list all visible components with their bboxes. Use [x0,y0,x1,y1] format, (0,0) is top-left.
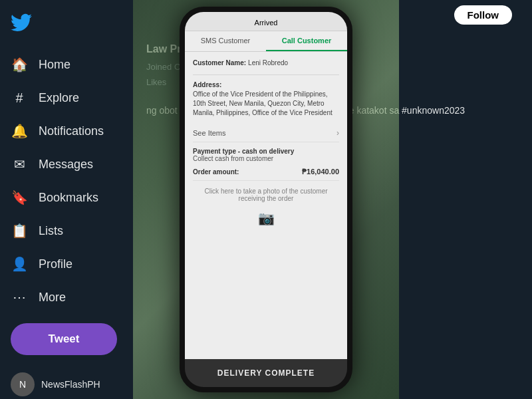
phone-frame: Arrived SMS Customer Call Customer Custo… [180,7,352,392]
sidebar-item-profile[interactable]: 👤 Profile [0,249,83,279]
camera-icon: 📷 [255,207,277,229]
home-icon: 🏠 [11,56,28,73]
list-icon: 📋 [11,222,28,239]
bookmark-icon: 🔖 [11,189,28,206]
order-amount-label: Order amount: [193,168,239,176]
sidebar-user[interactable]: N NewsFlashPH [0,366,133,399]
tweet-button[interactable]: Tweet [11,323,117,355]
sidebar-item-explore-label: Explore [39,91,79,105]
mail-icon: ✉ [11,156,28,173]
delivery-complete-button[interactable]: DELIVERY COMPLETE [185,359,347,387]
see-items-row[interactable]: See Items › [193,124,339,142]
address-value: Office of the Vice President of the Phil… [193,90,339,118]
photo-hint-text: Click here to take a photo of the custom… [200,188,332,202]
tab-sms[interactable]: SMS Customer [185,31,266,51]
customer-name-row: Customer Name: Leni Robredo [193,59,339,68]
sidebar-item-bookmarks-label: Bookmarks [39,191,98,205]
address-row: Address: Office of the Vice President of… [193,80,339,118]
bell-icon: 🔔 [11,122,28,140]
sidebar-item-more-label: More [39,291,66,305]
sidebar-item-lists-label: Lists [39,224,63,238]
tab-call[interactable]: Call Customer [266,31,347,51]
phone-overlay: Arrived SMS Customer Call Customer Custo… [133,0,399,399]
payment-section: Payment type - cash on delivery Collect … [193,148,339,162]
chevron-right-icon: › [336,128,339,138]
sidebar-item-lists[interactable]: 📋 Lists [0,215,74,246]
arrived-text: Arrived [255,19,278,27]
sidebar-item-messages-label: Messages [39,158,93,172]
sidebar-item-more[interactable]: ⋯ More [0,282,76,313]
delivery-tabs: SMS Customer Call Customer [185,31,347,52]
customer-name-label: Customer Name: [193,59,246,66]
payment-type-sub: Collect cash from customer [193,155,339,162]
sidebar-item-home-label: Home [39,58,70,72]
username-label: NewsFlashPH [41,379,100,390]
delivery-app: Arrived SMS Customer Call Customer Custo… [185,12,347,387]
explore-icon: # [11,89,28,106]
address-label: Address: [193,81,221,88]
sidebar-item-home[interactable]: 🏠 Home [0,49,81,80]
order-amount-value: ₱16,040.00 [302,168,339,176]
order-amount-row: Order amount: ₱16,040.00 [193,168,339,181]
sidebar: 🏠 Home # Explore 🔔 Notifications ✉ Messa… [0,0,133,399]
follow-button[interactable]: Follow [454,5,513,25]
sidebar-item-notifications-label: Notifications [39,124,104,138]
see-items-label: See Items [193,129,226,137]
delivery-header: Arrived [185,12,347,31]
sidebar-item-profile-label: Profile [39,257,72,271]
sidebar-item-explore[interactable]: # Explore [0,82,90,113]
sidebar-item-messages[interactable]: ✉ Messages [0,149,104,180]
person-icon: 👤 [11,255,28,273]
twitter-logo [0,7,133,47]
sidebar-item-notifications[interactable]: 🔔 Notifications [0,116,114,146]
sidebar-item-bookmarks[interactable]: 🔖 Bookmarks [0,182,109,213]
customer-name-value: Leni Robredo [248,59,288,66]
divider-1 [193,74,339,75]
photo-section[interactable]: Click here to take a photo of the custom… [193,181,339,235]
user-avatar: N [11,372,35,396]
more-icon: ⋯ [11,289,28,306]
delivery-body: Customer Name: Leni Robredo Address: Off… [185,52,347,359]
payment-type-label: Payment type - cash on delivery [193,148,339,155]
